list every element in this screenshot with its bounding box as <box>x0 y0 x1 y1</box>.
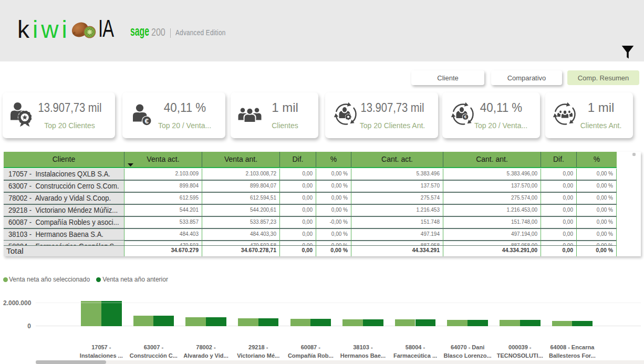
svg-text:€: € <box>464 115 467 119</box>
